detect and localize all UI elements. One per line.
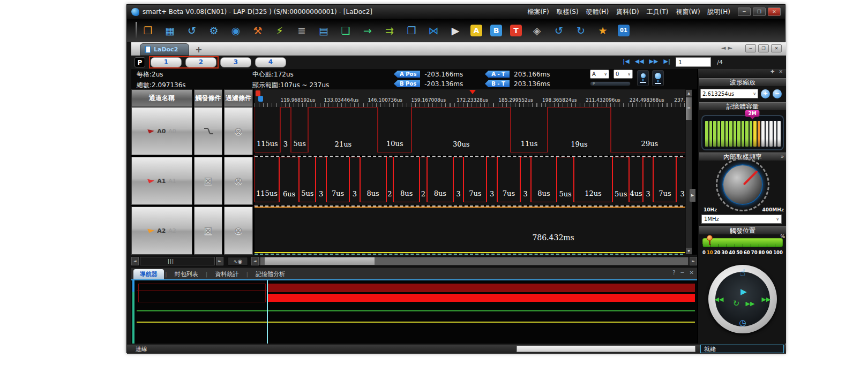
name-scroll-left-icon[interactable]: ◄: [131, 257, 139, 265]
panel-close-icon[interactable]: ✕: [690, 270, 694, 276]
search-prev-icon[interactable]: ↺: [552, 24, 566, 37]
minimize-button[interactable]: ─: [738, 7, 751, 16]
plug-icon[interactable]: ⋈: [426, 24, 440, 37]
filter-condition-A2[interactable]: ⊗: [224, 207, 253, 255]
marker-select[interactable]: A∨: [590, 70, 609, 79]
search-next-icon[interactable]: ↻: [574, 24, 588, 37]
doc-close-button[interactable]: ✕: [771, 44, 782, 52]
page-button-3[interactable]: 3: [220, 57, 251, 67]
star-icon[interactable]: ★: [596, 24, 610, 37]
instrument-icon[interactable]: ▤: [317, 24, 331, 37]
header-filter-condition[interactable]: 過濾條件: [224, 89, 253, 107]
menu-item-5[interactable]: 視窗(W): [676, 7, 700, 17]
channel-name-cell-A0[interactable]: A0A0: [131, 107, 192, 155]
pin-marker-button-2[interactable]: [652, 70, 664, 86]
page-button-4[interactable]: 4: [255, 57, 286, 67]
frequency-knob[interactable]: [722, 164, 763, 205]
menu-item-1[interactable]: 取樣(S): [557, 7, 579, 17]
channel-name-cell-A1[interactable]: A1A1: [131, 157, 192, 205]
page-number-input[interactable]: 1: [676, 57, 711, 67]
tab-ladoc2[interactable]: LaDoc2: [140, 43, 189, 56]
name-scroll-thumb[interactable]: |||: [163, 258, 179, 264]
expand-panel-button[interactable]: ▶: [690, 189, 695, 202]
hand-icon[interactable]: ☝: [740, 267, 745, 278]
camera-icon[interactable]: ◉: [229, 24, 243, 37]
refresh-icon[interactable]: ↻: [733, 299, 740, 308]
filter-condition-A1[interactable]: ⊗: [224, 157, 253, 205]
pad-right-icon[interactable]: ▶▶: [762, 296, 771, 303]
bottom-tab-0[interactable]: 導航器: [133, 269, 164, 279]
tag-icon[interactable]: ◈: [530, 24, 544, 37]
trigger-condition-A1[interactable]: ⊠: [194, 157, 222, 205]
doc-minimize-button[interactable]: ─: [745, 44, 756, 52]
binary-icon[interactable]: 01: [618, 25, 630, 36]
frequency-select[interactable]: 1MHz∨: [701, 215, 782, 224]
flag-a-icon[interactable]: A: [470, 25, 482, 36]
sidebar-close-icon[interactable]: ✕: [779, 69, 783, 77]
name-scroll-right-icon[interactable]: ►: [216, 257, 223, 265]
header-channel-name[interactable]: 通道名稱: [131, 89, 192, 107]
help-icon[interactable]: ?: [672, 270, 675, 276]
video-icon[interactable]: ▶: [448, 24, 462, 37]
page-nav-button-3[interactable]: ▶|: [664, 58, 670, 65]
export-icon[interactable]: →: [361, 24, 375, 37]
chevrons-icon[interactable]: »: [781, 153, 784, 161]
page-nav-button-1[interactable]: ◀◀: [635, 58, 644, 65]
wave-scroll-right-icon[interactable]: ►: [690, 257, 697, 265]
clock-icon[interactable]: ◷: [739, 318, 746, 327]
zoom-value-select[interactable]: 2.613254us∨: [700, 89, 758, 98]
pin-marker-button-1[interactable]: [637, 70, 649, 86]
menu-item-3[interactable]: 資料(D): [616, 7, 639, 17]
trigger-marker-icon[interactable]: [469, 90, 476, 94]
add-tab-button[interactable]: +: [193, 45, 204, 55]
trigger-condition-A2[interactable]: ⊠: [194, 207, 222, 255]
time-ruler[interactable]: 237.5 119.968192us133.034464us146.100736…: [255, 89, 689, 107]
page-nav-button-2[interactable]: ▶▶: [649, 58, 659, 65]
navigator-view[interactable]: [131, 280, 697, 344]
pad-left-icon[interactable]: ◀◀: [715, 296, 724, 303]
save-config-icon[interactable]: ⚙: [207, 24, 221, 37]
value-select[interactable]: 0∨: [613, 70, 633, 79]
tab-scroll-arrows[interactable]: ◄►: [721, 44, 735, 51]
waveform-hscrollbar[interactable]: [260, 257, 689, 265]
database-icon[interactable]: ≣: [295, 24, 309, 37]
filter-condition-A0[interactable]: ⊗: [224, 107, 253, 155]
restore-button[interactable]: ❐: [753, 7, 766, 16]
panel-minimize-icon[interactable]: ─: [681, 270, 684, 276]
vscroll-thumb[interactable]: ≡: [686, 97, 692, 120]
wave-scroll-left-icon[interactable]: ◄: [251, 257, 259, 265]
bottom-tab-2[interactable]: 資料統計: [208, 269, 245, 279]
trigger-pin-icon[interactable]: [707, 235, 713, 242]
waveform-vscrollbar[interactable]: ▲ ≡ ▼: [685, 89, 692, 255]
b-marker-icon[interactable]: [258, 96, 263, 102]
navigator-cursor[interactable]: [267, 280, 268, 344]
zoom-out-icon[interactable]: −: [773, 89, 782, 98]
channel-name-cell-A2[interactable]: A2A2: [131, 207, 192, 255]
layout-icon[interactable]: ❏: [339, 24, 353, 37]
open-folder-icon[interactable]: ❐: [141, 24, 155, 37]
close-button[interactable]: ✕: [768, 7, 781, 16]
trigger-position-slider[interactable]: [702, 238, 783, 247]
waveform-snapshot-button[interactable]: ∿◉: [228, 257, 248, 265]
lightning-icon[interactable]: ⚡: [273, 24, 287, 37]
waveform-A2[interactable]: 786.432ms: [255, 207, 689, 255]
zoom-in-icon[interactable]: +: [761, 89, 770, 98]
save-back-icon[interactable]: ↺: [185, 24, 199, 37]
scroll-up-icon[interactable]: ▲: [686, 90, 692, 96]
menu-item-2[interactable]: 硬體(H): [586, 7, 609, 17]
tools-icon[interactable]: ⚒: [251, 24, 265, 37]
pin-icon[interactable]: ✚: [770, 69, 775, 77]
navigator-view-rect[interactable]: [138, 284, 266, 302]
import-grid-icon[interactable]: ⇉: [383, 24, 396, 37]
navigator-vscrollbar[interactable]: [132, 280, 134, 344]
fast-forward-icon[interactable]: ▶▶: [746, 300, 755, 307]
header-trigger-condition[interactable]: 觸發條件: [194, 89, 222, 107]
page-nav-button-0[interactable]: |◀: [623, 58, 629, 65]
name-scrollbar[interactable]: |||: [140, 257, 215, 265]
scroll-down-icon[interactable]: ▼: [686, 248, 692, 254]
page-list-button[interactable]: P: [134, 57, 145, 67]
flag-t-icon[interactable]: T: [510, 25, 522, 36]
play-icon[interactable]: ▶: [740, 287, 747, 296]
trigger-condition-A0[interactable]: [194, 107, 222, 155]
menu-item-6[interactable]: 說明(H): [708, 7, 730, 17]
